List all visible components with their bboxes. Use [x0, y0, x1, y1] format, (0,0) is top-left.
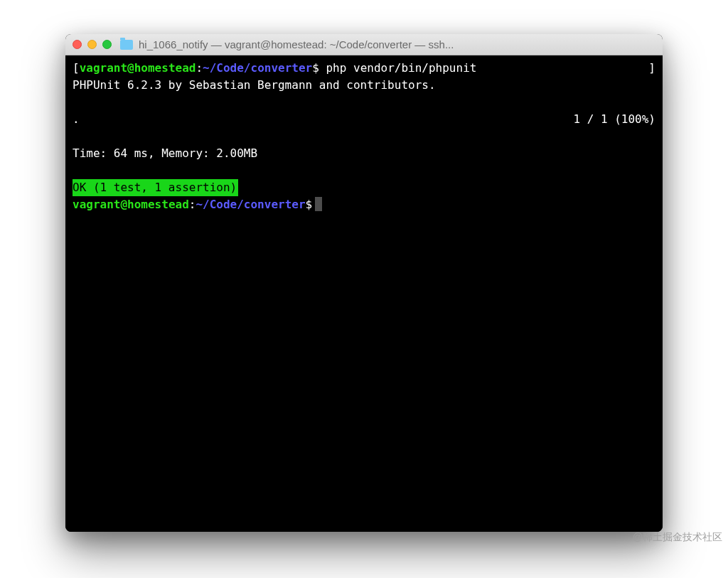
prompt-line-1: [vagrant@homestead:~/Code/converter$ php… — [73, 60, 655, 77]
prompt-at: @ — [127, 61, 134, 75]
prompt-at-2: @ — [120, 198, 127, 211]
window-title: hi_1066_notify — vagrant@homestead: ~/Co… — [139, 38, 655, 50]
traffic-lights — [73, 40, 112, 49]
close-button[interactable] — [73, 40, 82, 49]
window-titlebar[interactable]: hi_1066_notify — vagrant@homestead: ~/Co… — [65, 34, 663, 55]
terminal-window: hi_1066_notify — vagrant@homestead: ~/Co… — [65, 34, 663, 532]
prompt-host-2: homestead — [127, 198, 189, 211]
prompt-open-bracket: [ — [73, 61, 80, 75]
prompt-path-2: ~/Code/converter — [196, 198, 305, 211]
prompt-path: ~/Code/converter — [203, 61, 312, 75]
ok-status: OK (1 test, 1 assertion) — [73, 179, 238, 196]
phpunit-header: PHPUnit 6.2.3 by Sebastian Bergmann and … — [73, 77, 655, 94]
prompt-user: vagrant — [80, 61, 127, 75]
minimize-button[interactable] — [87, 40, 97, 49]
prompt-dollar-2: $ — [306, 198, 313, 211]
maximize-button[interactable] — [102, 40, 112, 49]
command-text: php vendor/bin/phpunit — [326, 61, 476, 75]
progress-dot: . — [73, 111, 80, 128]
cursor — [315, 197, 322, 211]
spacer — [73, 94, 655, 111]
prompt-dollar: $ — [312, 61, 319, 75]
progress-line: . 1 / 1 (100%) — [73, 111, 655, 128]
spacer — [73, 162, 655, 179]
spacer — [73, 128, 655, 145]
terminal-body[interactable]: [vagrant@homestead:~/Code/converter$ php… — [65, 55, 663, 532]
ok-line-wrapper: OK (1 test, 1 assertion) — [73, 179, 655, 196]
watermark: @稀土掘金技术社区 — [633, 531, 722, 544]
prompt-colon: : — [196, 61, 203, 75]
prompt-close-bracket: ] — [648, 60, 655, 77]
prompt-line-2: vagrant@homestead:~/Code/converter$ — [73, 196, 655, 213]
folder-icon — [120, 40, 133, 50]
progress-count: 1 / 1 (100%) — [573, 111, 655, 128]
prompt-colon-2: : — [189, 198, 196, 211]
prompt-user-2: vagrant — [73, 198, 120, 211]
prompt-host: homestead — [134, 61, 196, 75]
stats-line: Time: 64 ms, Memory: 2.00MB — [73, 145, 655, 162]
